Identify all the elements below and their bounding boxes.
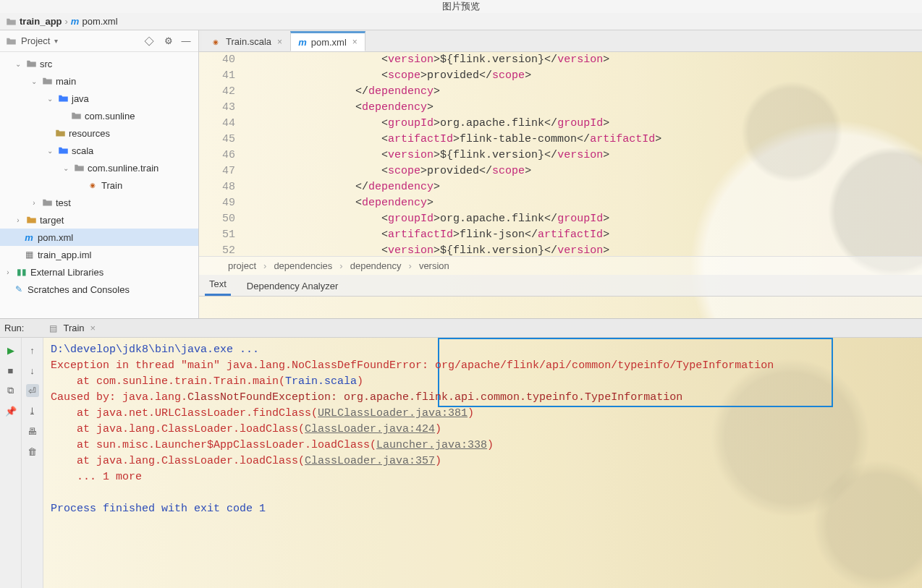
tree-label: src	[40, 59, 52, 69]
window-title: 图片预览	[0, 0, 922, 13]
tab-label: pom.xml	[311, 37, 347, 48]
close-icon[interactable]: ×	[277, 37, 282, 47]
maven-icon: m	[71, 16, 80, 27]
tree-label: scala	[72, 145, 93, 156]
scroll-to-end-button[interactable]: ⤓	[26, 404, 39, 417]
project-header: Project ▾ ⃟ ⚙ —	[0, 30, 198, 52]
run-toolbar-right: ↑ ↓ ⏎ ⤓ 🖶 🗑	[22, 338, 43, 588]
folder-icon	[26, 59, 37, 68]
breadcrumb: train_app › m pom.xml	[0, 13, 922, 30]
chevron-right-icon[interactable]: ›	[3, 268, 13, 276]
run-config-icon: ▤	[47, 323, 59, 334]
package-icon	[74, 163, 85, 172]
tree-label: train_app.iml	[38, 250, 91, 260]
editor-subtabs: Text Dependency Analyzer	[199, 275, 922, 297]
chevron-down-icon[interactable]: ⌄	[29, 77, 39, 85]
code-content[interactable]: <version>${flink.version}</version> <sco…	[251, 52, 922, 256]
rerun-button[interactable]: ▶	[4, 344, 17, 357]
tree-node-iml[interactable]: ▦ train_app.iml	[0, 246, 198, 263]
chevron-down-icon[interactable]: ⌄	[13, 60, 23, 68]
tab-train-scala[interactable]: ◉ Train.scala ×	[202, 31, 290, 51]
subtab-text[interactable]: Text	[205, 274, 231, 296]
tree-node-target[interactable]: › target	[0, 211, 198, 229]
select-opened-file-button[interactable]: ⃟	[145, 35, 158, 48]
tree-node-external-libraries[interactable]: › ▮▮ External Libraries	[0, 263, 198, 281]
editor-viewport[interactable]: 404142 434445 464748 495051 52 <version>…	[199, 52, 922, 318]
layout-button[interactable]: ⧉	[4, 384, 17, 397]
tree-label: External Libraries	[30, 267, 103, 278]
project-title[interactable]: Project	[21, 35, 50, 46]
tree-node-main[interactable]: ⌄ main	[0, 72, 198, 90]
chevron-down-icon[interactable]: ▾	[54, 37, 58, 45]
subtab-dependency-analyzer[interactable]: Dependency Analyzer	[242, 276, 342, 296]
up-button[interactable]: ↑	[26, 344, 39, 357]
tree-node-scratches[interactable]: ✎ Scratches and Consoles	[0, 281, 198, 298]
tree-label: target	[40, 215, 64, 226]
tree-label: test	[56, 197, 71, 208]
project-tree[interactable]: ⌄ src ⌄ main ⌄ java com.sunline	[0, 52, 198, 318]
stop-button[interactable]: ■	[4, 364, 17, 377]
project-icon	[6, 37, 17, 46]
package-icon	[71, 111, 82, 120]
print-button[interactable]: 🖶	[26, 425, 39, 438]
tree-label: main	[56, 76, 76, 87]
down-button[interactable]: ↓	[26, 364, 39, 377]
collapse-button[interactable]: —	[179, 35, 193, 48]
tab-pom-xml[interactable]: m pom.xml ×	[290, 31, 365, 51]
tree-label: java	[72, 93, 89, 104]
breadcrumb-item[interactable]: dependency	[350, 260, 402, 271]
soft-wrap-button[interactable]: ⏎	[26, 384, 39, 397]
folder-icon	[42, 198, 53, 207]
line-gutter: 404142 434445 464748 495051 52	[199, 52, 242, 256]
folder-icon	[42, 77, 53, 85]
clear-button[interactable]: 🗑	[26, 445, 39, 458]
close-icon[interactable]: ×	[352, 37, 358, 47]
tree-node-com-sunline[interactable]: com.sunline	[0, 107, 198, 124]
tree-node-java[interactable]: ⌄ java	[0, 90, 198, 107]
tree-node-com-sunline-train[interactable]: ⌄ com.sunline.train	[0, 159, 198, 176]
tree-label: com.sunline.train	[88, 163, 158, 174]
breadcrumb-item[interactable]: project	[228, 260, 256, 271]
editor-tabs: ◉ Train.scala × m pom.xml ×	[199, 30, 922, 52]
tree-node-pom[interactable]: m pom.xml	[0, 229, 198, 246]
settings-icon[interactable]: ⚙	[162, 35, 175, 48]
resources-folder-icon	[55, 129, 66, 137]
tree-node-scala[interactable]: ⌄ scala	[0, 142, 198, 159]
tree-label: com.sunline	[85, 111, 135, 122]
chevron-down-icon[interactable]: ⌄	[45, 147, 55, 155]
chevron-down-icon[interactable]: ⌄	[45, 95, 55, 103]
breadcrumb-item[interactable]: version	[419, 260, 449, 271]
project-tool-window: Project ▾ ⃟ ⚙ — ⌄ src ⌄ main	[0, 30, 199, 318]
source-folder-icon	[58, 146, 69, 155]
scala-object-icon: ◉	[87, 179, 98, 191]
source-folder-icon	[58, 94, 69, 103]
xml-breadcrumb: project› dependencies› dependency› versi…	[199, 256, 922, 275]
tree-node-src[interactable]: ⌄ src	[0, 55, 198, 72]
module-icon: ▦	[23, 249, 35, 260]
chevron-down-icon[interactable]: ⌄	[61, 164, 71, 172]
maven-icon: m	[298, 37, 307, 48]
chevron-right-icon[interactable]: ›	[29, 199, 39, 207]
tree-label: Scratches and Consoles	[28, 284, 130, 295]
console-output[interactable]: D:\develop\jdk8\bin\java.exe ... Excepti…	[43, 338, 922, 588]
pin-button[interactable]: 📌	[4, 404, 17, 417]
tab-label: Train.scala	[226, 36, 271, 47]
library-icon: ▮▮	[16, 266, 28, 278]
tree-node-resources[interactable]: resources	[0, 124, 198, 142]
excluded-folder-icon	[26, 216, 37, 224]
tree-node-test[interactable]: › test	[0, 194, 198, 211]
tree-label: pom.xml	[38, 232, 73, 243]
run-config-name[interactable]: Train	[63, 323, 84, 333]
maven-icon: m	[23, 232, 35, 243]
run-toolbar-left: ▶ ■ ⧉ 📌	[0, 338, 22, 588]
chevron-right-icon[interactable]: ›	[13, 216, 23, 224]
run-label: Run:	[4, 323, 24, 333]
breadcrumb-seg-file[interactable]: m pom.xml	[68, 16, 121, 27]
tree-label: resources	[69, 128, 110, 139]
run-tool-window: Run: ▤ Train × ▶ ■ ⧉ 📌 ↑ ↓ ⏎ ⤓ 🖶 🗑	[0, 318, 922, 588]
close-icon[interactable]: ×	[90, 323, 96, 333]
breadcrumb-seg-project[interactable]: train_app	[3, 16, 65, 27]
breadcrumb-item[interactable]: dependencies	[274, 260, 332, 271]
tree-node-train[interactable]: ◉ Train	[0, 176, 198, 194]
folder-icon	[6, 17, 17, 26]
